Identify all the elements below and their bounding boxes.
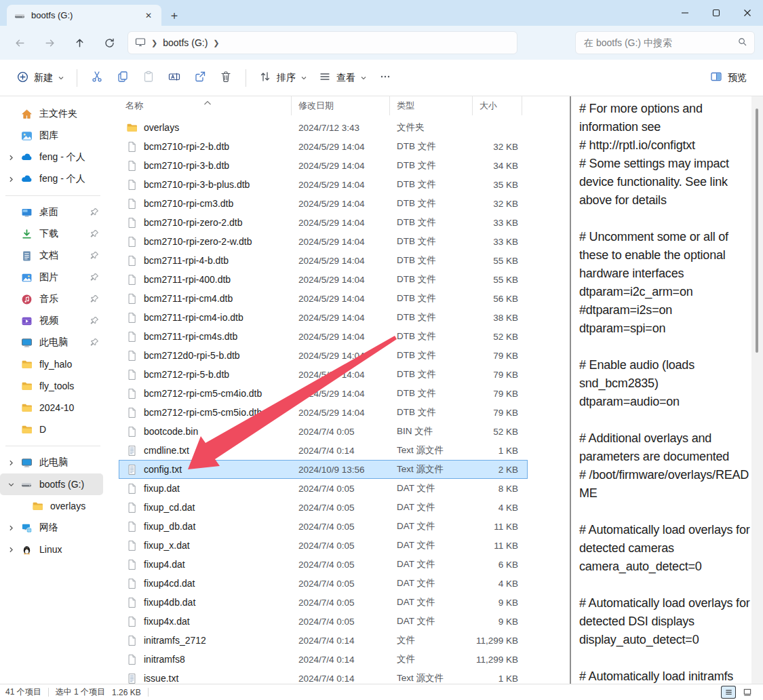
search-input[interactable]: [583, 37, 737, 49]
file-row-bcm2710-rpi-3-b.dtb[interactable]: bcm2710-rpi-3-b.dtb2024/5/29 14:04DTB 文件…: [119, 156, 528, 175]
sidebar-item-linux[interactable]: Linux: [0, 539, 103, 560]
address-bar[interactable]: ❯ bootfs (G:) ❯: [128, 31, 517, 54]
sidebar-item-feng---个人[interactable]: feng - 个人: [0, 168, 103, 190]
file-name: bcm2712-rpi-cm5-cm4io.dtb: [144, 388, 262, 399]
tab-close-icon[interactable]: ✕: [142, 9, 155, 22]
file-row-fixup_x.dat[interactable]: fixup_x.dat2024/7/4 0:05DAT 文件11 KB: [119, 536, 528, 555]
file-row-fixup4cd.dat[interactable]: fixup4cd.dat2024/7/4 0:05DAT 文件4 KB: [119, 574, 528, 593]
file-name-cell: bcm2710-rpi-2-b.dtb: [119, 141, 292, 153]
details-view-button[interactable]: [721, 686, 736, 699]
rename-button[interactable]: [161, 65, 187, 91]
column-header-date-modified[interactable]: 修改日期: [292, 96, 390, 115]
sidebar-item-overlays[interactable]: overlays: [0, 495, 103, 517]
file-row-bcm2711-rpi-400.dtb[interactable]: bcm2711-rpi-400.dtb2024/5/29 14:04DTB 文件…: [119, 270, 528, 289]
new-button[interactable]: 新建: [11, 66, 70, 90]
sidebar-item-文档[interactable]: 文档: [0, 245, 103, 267]
sidebar-item-音乐[interactable]: 音乐: [0, 288, 103, 310]
file-row-fixup4x.dat[interactable]: fixup4x.dat2024/7/4 0:05DAT 文件9 KB: [119, 612, 528, 631]
preview-text: # For more options and information see# …: [579, 100, 751, 684]
date-modified-cell: 2024/7/4 0:05: [292, 560, 390, 570]
chevron-right-icon[interactable]: [5, 522, 16, 533]
file-row-config.txt[interactable]: config.txt2024/10/9 13:56Text 源文件2 KB: [119, 460, 528, 479]
file-row-bcm2710-rpi-3-b-plus.dtb[interactable]: bcm2710-rpi-3-b-plus.dtb2024/5/29 14:04D…: [119, 175, 528, 194]
column-header-type[interactable]: 类型: [390, 96, 473, 115]
file-row-initramfs8[interactable]: initramfs82024/7/4 0:14文件11,299 KB: [119, 650, 528, 669]
chevron-right-icon[interactable]: [5, 152, 16, 163]
view-icon: [318, 70, 332, 85]
file-row-fixup.dat[interactable]: fixup.dat2024/7/4 0:05DAT 文件8 KB: [119, 479, 528, 498]
view-button[interactable]: 查看: [313, 66, 372, 90]
file-row-bcm2711-rpi-cm4.dtb[interactable]: bcm2711-rpi-cm4.dtb2024/5/29 14:04DTB 文件…: [119, 289, 528, 308]
chevron-right-icon[interactable]: [5, 457, 16, 468]
file-row-fixup4.dat[interactable]: fixup4.dat2024/7/4 0:05DAT 文件6 KB: [119, 555, 528, 574]
chevron-right-icon[interactable]: [5, 174, 16, 184]
file-row-bcm2711-rpi-cm4s.dtb[interactable]: bcm2711-rpi-cm4s.dtb2024/5/29 14:04DTB 文…: [119, 327, 528, 346]
file-row-bcm2710-rpi-zero-2.dtb[interactable]: bcm2710-rpi-zero-2.dtb2024/5/29 14:04DTB…: [119, 213, 528, 232]
size-cell: 1 KB: [473, 446, 522, 456]
share-button[interactable]: [187, 65, 213, 91]
large-icons-view-button[interactable]: [740, 686, 755, 699]
more-options-button[interactable]: [372, 65, 398, 91]
back-button[interactable]: [8, 31, 31, 54]
sidebar-item-图片[interactable]: 图片: [0, 267, 103, 288]
type-cell: Text 源文件: [390, 463, 473, 475]
delete-button[interactable]: [213, 65, 239, 91]
sort-button[interactable]: 排序: [253, 66, 313, 90]
date-modified-cell: 2024/5/29 14:04: [292, 180, 390, 190]
preview-scrollbar-thumb[interactable]: [756, 109, 758, 353]
chevron-right-icon[interactable]: [5, 544, 16, 555]
sidebar-item-bootfs-g-[interactable]: bootfs (G:): [0, 473, 103, 495]
maximize-button[interactable]: [701, 0, 732, 26]
file-row-bcm2710-rpi-2-b.dtb[interactable]: bcm2710-rpi-2-b.dtb2024/5/29 14:04DTB 文件…: [119, 137, 528, 156]
file-row-bcm2712d0-rpi-5-b.dtb[interactable]: bcm2712d0-rpi-5-b.dtb2024/5/29 14:04DTB …: [119, 346, 528, 365]
forward-button[interactable]: [38, 31, 61, 54]
tab-bootfs[interactable]: bootfs (G:) ✕: [7, 5, 161, 26]
sidebar-item-桌面[interactable]: 桌面: [0, 201, 103, 223]
sidebar-item-d[interactable]: D: [0, 419, 103, 440]
file-row-bcm2711-rpi-cm4-io.dtb[interactable]: bcm2711-rpi-cm4-io.dtb2024/5/29 14:04DTB…: [119, 308, 528, 327]
close-button[interactable]: [732, 0, 763, 26]
file-row-fixup_cd.dat[interactable]: fixup_cd.dat2024/7/4 0:05DAT 文件4 KB: [119, 498, 528, 517]
sidebar-item-网络[interactable]: 网络: [0, 517, 103, 539]
minimize-button[interactable]: [669, 0, 701, 26]
cut-button[interactable]: [84, 65, 110, 91]
onedrive-icon: [20, 151, 33, 163]
linux-icon: [20, 543, 33, 556]
file-row-initramfs_2712[interactable]: initramfs_27122024/7/4 0:14文件11,299 KB: [119, 631, 528, 650]
file-row-bootcode.bin[interactable]: bootcode.bin2024/7/4 0:05BIN 文件52 KB: [119, 422, 528, 441]
file-row-bcm2710-rpi-zero-2-w.dtb[interactable]: bcm2710-rpi-zero-2-w.dtb2024/5/29 14:04D…: [119, 232, 528, 251]
file-row-bcm2712-rpi-5-b.dtb[interactable]: bcm2712-rpi-5-b.dtb2024/5/29 14:04DTB 文件…: [119, 365, 528, 384]
up-button[interactable]: [68, 31, 91, 54]
sidebar-item-fly_tools[interactable]: fly_tools: [0, 375, 103, 397]
sidebar-item-fly_halo[interactable]: fly_halo: [0, 353, 103, 375]
file-row-bcm2711-rpi-4-b.dtb[interactable]: bcm2711-rpi-4-b.dtb2024/5/29 14:04DTB 文件…: [119, 251, 528, 270]
file-row-fixup_db.dat[interactable]: fixup_db.dat2024/7/4 0:05DAT 文件11 KB: [119, 517, 528, 536]
file-icon: [126, 597, 138, 608]
sidebar-item-feng---个人[interactable]: feng - 个人: [0, 147, 103, 168]
date-modified-cell: 2024/7/4 0:05: [292, 541, 390, 551]
sidebar-item-图库[interactable]: 图库: [0, 125, 103, 147]
sidebar-item-下载[interactable]: 下载: [0, 223, 103, 245]
file-row-bcm2710-rpi-cm3.dtb[interactable]: bcm2710-rpi-cm3.dtb2024/5/29 14:04DTB 文件…: [119, 194, 528, 213]
sidebar-item-视频[interactable]: 视频: [0, 310, 103, 332]
sidebar-item-此电脑[interactable]: 此电脑: [0, 452, 103, 473]
file-row-overlays[interactable]: overlays2024/7/12 3:43文件夹: [119, 118, 528, 137]
breadcrumb-chevron-icon[interactable]: ❯: [213, 39, 219, 47]
file-row-fixup4db.dat[interactable]: fixup4db.dat2024/7/4 0:05DAT 文件9 KB: [119, 593, 528, 612]
sidebar-item-2024-10[interactable]: 2024-10: [0, 397, 103, 419]
refresh-button[interactable]: [98, 31, 121, 54]
breadcrumb-drive[interactable]: bootfs (G:): [163, 37, 208, 48]
column-header-size[interactable]: 大小: [473, 96, 522, 115]
paste-button[interactable]: [136, 65, 161, 91]
sidebar-item-此电脑[interactable]: 此电脑: [0, 332, 103, 353]
chevron-down-icon[interactable]: [5, 479, 16, 490]
preview-line: # Automatically load overlays for detect…: [579, 521, 751, 558]
file-row-bcm2712-rpi-cm5-cm4io.dtb[interactable]: bcm2712-rpi-cm5-cm4io.dtb2024/5/29 14:04…: [119, 384, 528, 403]
preview-toggle-button[interactable]: 预览: [704, 66, 752, 90]
copy-button[interactable]: [110, 65, 136, 91]
file-row-bcm2712-rpi-cm5-cm5io.dtb[interactable]: bcm2712-rpi-cm5-cm5io.dtb2024/5/29 14:04…: [119, 403, 528, 422]
new-tab-button[interactable]: ＋: [164, 5, 184, 25]
preview-scrollbar[interactable]: [751, 96, 763, 684]
file-row-cmdline.txt[interactable]: cmdline.txt2024/7/4 0:14Text 源文件1 KB: [119, 441, 528, 460]
sidebar-item-主文件夹[interactable]: 主文件夹: [0, 103, 103, 125]
